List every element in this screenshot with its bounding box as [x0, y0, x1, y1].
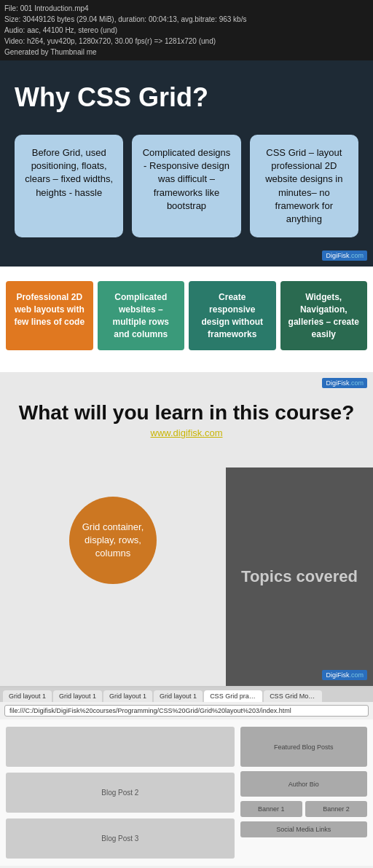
learn-section: What will you learn in this course? www.… [0, 372, 373, 467]
why-css-grid-section: Why CSS Grid? Before Grid, used position… [0, 60, 373, 267]
blog-left-column: Blog Post 2 Blog Post 3 [6, 727, 235, 859]
topics-left: Grid container, display, rows, columns [0, 467, 226, 686]
topics-right: Topics covered DigiFisk.com [226, 467, 373, 686]
cards-row: Before Grid, used positioning, floats, c… [15, 135, 358, 237]
browser-content: Blog Post 2 Blog Post 3 Featured Blog Po… [0, 719, 373, 866]
browser-tabs: Grid layout 1 Grid layout 1 Grid layout … [0, 687, 373, 702]
banner-row: Banner 1 Banner 2 [240, 801, 367, 817]
digifisk-badge-3: DigiFisk.com [322, 670, 367, 680]
feature-professional: Professional 2D web layouts with few lin… [6, 281, 93, 350]
video-info-line5: Generated by Thumbnail me [4, 47, 369, 58]
video-info-line3: Audio: aac, 44100 Hz, stereo (und) [4, 25, 369, 36]
blog-right-column: Featured Blog Posts Author Bio Banner 1 … [240, 727, 367, 859]
featured-blog-posts: Featured Blog Posts [240, 727, 367, 767]
video-info-line4: Video: h264, yuv420p, 1280x720, 30.00 fp… [4, 36, 369, 47]
watermark: www.digifisk.com [15, 427, 358, 438]
browser-tab-3[interactable]: Grid layout 1 [103, 690, 152, 702]
browser-tab-4[interactable]: Grid layout 1 [154, 690, 203, 702]
digifisk-badge-2: DigiFisk.com [322, 378, 367, 388]
browser-tab-1[interactable]: Grid layout 1 [3, 690, 52, 702]
video-info-line1: File: 001 Introduction.mp4 [4, 3, 369, 14]
blog-post-2: Blog Post 2 [6, 773, 235, 813]
grid-circle: Grid container, display, rows, columns [69, 497, 157, 584]
video-info-bar: File: 001 Introduction.mp4 Size: 3044912… [0, 0, 373, 60]
learn-title: What will you learn in this course? [15, 401, 358, 425]
feature-complicated: Complicated websites – multiple rows and… [98, 281, 185, 350]
blog-post-placeholder-1 [6, 727, 235, 767]
blog-post-3: Blog Post 3 [6, 818, 235, 859]
features-row: Professional 2D web layouts with few lin… [6, 281, 367, 350]
author-bio: Author Bio [240, 771, 367, 797]
browser-tab-6[interactable]: CSS Grid Mobile... [264, 690, 322, 702]
features-section: Professional 2D web layouts with few lin… [0, 267, 373, 372]
browser-section[interactable]: Grid layout 1 Grid layout 1 Grid layout … [0, 686, 373, 868]
topics-section: Grid container, display, rows, columns T… [0, 467, 373, 686]
card-complicated: Complicated designs - Responsive design … [132, 135, 240, 237]
social-media-links: Social Media Links [240, 821, 367, 837]
digifisk-badge-1: DigiFisk.com [322, 250, 367, 261]
feature-responsive: Create responsive design without framewo… [189, 281, 276, 350]
banner-1: Banner 1 [240, 801, 302, 817]
card-css-grid: CSS Grid – layout professional 2D websit… [250, 135, 358, 237]
browser-tab-2[interactable]: Grid layout 1 [53, 690, 102, 702]
card-before-grid: Before Grid, used positioning, floats, c… [15, 135, 123, 237]
video-info-line2: Size: 30449126 bytes (29.04 MiB), durati… [4, 14, 369, 25]
feature-widgets: Widgets, Navigation, galleries – create … [280, 281, 368, 350]
why-css-grid-title: Why CSS Grid? [15, 82, 358, 113]
banner-2: Banner 2 [305, 801, 367, 817]
topics-covered-heading: Topics covered [241, 567, 358, 586]
browser-tab-5[interactable]: CSS Grid practice [204, 690, 262, 702]
address-bar[interactable]: file:///C:/Digifisk/DigiFisk%20courses/P… [4, 705, 369, 717]
